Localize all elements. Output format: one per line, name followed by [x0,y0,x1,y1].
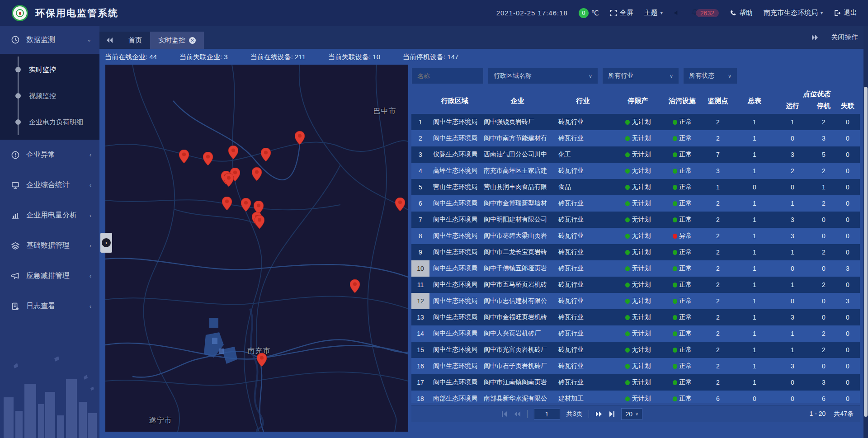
sidebar-item-2[interactable]: 企业异常 ‹ [0,140,99,170]
table-panel: 行政区域名称 ∨ 所有行业 ∨ 所有状态 ∨ 行政区域企业行业停限产治污设施监测… [411,65,863,426]
cell-run: 1 [773,114,812,130]
map-panel[interactable]: 巴中市南充市遂宁市 [105,65,408,432]
megaphone-icon [11,272,20,281]
status-dot-icon [625,348,630,353]
cell-lost: 0 [835,195,860,212]
table-row[interactable]: 3 仪陇生态环境局 西南油气田分公司川中 化工 无计划 正常 7 1 3 5 0 [411,146,860,163]
cell-run: 3 [773,309,812,325]
sidebar-item-5[interactable]: 基础数据管理 ‹ [0,231,99,261]
map-marker[interactable] [255,215,264,229]
table-row[interactable]: 18 南部生态环境局 南部县新华水泥有限公 建材加工 无计划 正常 6 0 0 … [411,391,860,403]
table-row[interactable]: 10 阆中生态环境局 阆中千佛镇五郎垭页岩 砖瓦行业 无计划 正常 2 1 0 … [411,260,860,277]
page-scrollbar-track[interactable] [863,26,868,438]
mute-button[interactable] [674,9,680,16]
submenu-item[interactable]: 实时监控 [0,57,99,83]
fullscreen-button[interactable]: 全屏 [610,9,633,17]
close-icon[interactable]: ✕ [189,37,196,44]
region-filter-select[interactable]: 行政区域名称 ∨ [488,68,598,84]
cell-region: 阆中生态环境局 [429,244,480,260]
close-operations-button[interactable]: 关闭操作 [831,33,858,42]
help-button[interactable]: 帮助 [730,9,753,17]
cell-stopped: 0 [812,228,835,244]
chevron-down-icon: ∨ [589,73,592,79]
chevron-down-icon: ▾ [821,10,823,15]
status-dot-icon [625,169,630,174]
skyline-decoration [0,352,99,438]
map-marker[interactable] [179,150,189,163]
table-row[interactable]: 13 阆中生态环境局 阆中市金福旺页岩机砖 砖瓦行业 无计划 正常 2 1 3 … [411,309,860,325]
table-row[interactable]: 2 阆中生态环境局 阆中市南方节能建材有 砖瓦行业 无计划 正常 2 1 0 3… [411,130,860,146]
logout-icon [834,9,841,17]
map-marker[interactable] [261,148,271,161]
tab-实时监控[interactable]: 实时监控 ✕ [150,32,204,49]
cell-company: 营山县润丰肉食品有限 [480,179,555,195]
sidebar-item-3[interactable]: 企业综合统计 ‹ [0,170,99,200]
cell-lost: 0 [835,374,860,391]
sidebar-item-7[interactable]: 日志查看 ‹ [0,291,99,321]
pagination-bar: 共3页 20 ∨ 1 - 20 共47条 [411,405,860,422]
table-row[interactable]: 17 阆中生态环境局 阆中市江南镇阆南页岩 砖瓦行业 无计划 正常 2 1 0 … [411,374,860,391]
sidebar-item-4[interactable]: 企业用电量分析 ‹ [0,200,99,231]
logout-button[interactable]: 退出 [834,9,857,17]
table-row[interactable]: 4 高坪生态环境局 南充市高坪区王家店建 砖瓦行业 无计划 正常 3 1 2 2… [411,163,860,179]
cell-industry: 砖瓦行业 [555,309,611,325]
sidebar-collapse-handle[interactable]: ‹ [100,233,112,253]
table-row[interactable]: 5 营山生态环境局 营山县润丰肉食品有限 食品 无计划 正常 1 0 0 1 0 [411,179,860,195]
submenu-item[interactable]: 视频监控 [0,83,99,109]
table-row[interactable]: 15 阆中生态环境局 阆中市光富页岩机砖厂 砖瓦行业 无计划 正常 2 1 1 … [411,342,860,358]
notification-button[interactable]: 2632 [691,9,719,17]
table-row[interactable]: 9 阆中生态环境局 阆中市二龙长宝页岩砖 砖瓦行业 无计划 正常 2 1 1 2… [411,244,860,260]
name-filter-input[interactable] [411,68,484,84]
table-row[interactable]: 1 阆中生态环境局 阆中强锐页岩砖厂 砖瓦行业 无计划 正常 2 1 1 2 0 [411,114,860,130]
map-marker[interactable] [395,198,405,211]
next-page-button[interactable] [595,411,602,417]
bullet-dot-icon [15,67,21,72]
table-row[interactable]: 8 阆中生态环境局 阆中市枣碧大梁山页岩 砖瓦行业 无计划 异常 2 1 3 0… [411,228,860,244]
tab-scroll-left-button[interactable] [99,32,120,49]
map-marker[interactable] [222,197,232,210]
cell-facility: 正常 [665,260,700,277]
org-dropdown[interactable]: 南充市生态环境局▾ [764,9,823,17]
cell-stopped: 0 [812,260,835,277]
row-number: 11 [411,277,429,293]
sidebar-item-6[interactable]: 应急减排管理 ‹ [0,261,99,291]
table-row[interactable]: 11 阆中生态环境局 阆中市五马桥页岩机砖 砖瓦行业 无计划 正常 2 1 1 … [411,277,860,293]
table-row[interactable]: 6 阆中生态环境局 阆中市金博瑞新型墙材 砖瓦行业 无计划 正常 2 1 1 2… [411,195,860,212]
submenu: 实时监控 视频监控 企业电力负荷明细 [0,54,99,140]
table-row[interactable]: 12 阆中生态环境局 阆中市忠信建材有限公 砖瓦行业 无计划 正常 2 1 0 … [411,293,860,309]
map-marker[interactable] [257,353,267,367]
map-city-label: 遂宁市 [149,416,172,425]
cell-industry: 砖瓦行业 [555,277,611,293]
table-row[interactable]: 7 阆中生态环境局 阆中明阳建材有限公司 砖瓦行业 无计划 正常 2 1 3 0… [411,212,860,228]
last-page-button[interactable] [609,411,615,417]
row-number: 9 [411,244,429,260]
industry-filter-select[interactable]: 所有行业 ∨ [602,68,679,84]
status-filter-select[interactable]: 所有状态 ∨ [683,68,737,84]
chevron-down-icon: ▾ [660,10,663,15]
first-page-button[interactable] [501,411,508,417]
sidebar-item-1[interactable]: 数据监测 ⌄ [0,26,99,54]
map-marker[interactable] [224,173,234,187]
map-marker[interactable] [252,167,262,181]
theme-dropdown[interactable]: 主题▾ [644,9,663,17]
map-marker[interactable] [228,146,238,159]
page-number-input[interactable] [534,409,560,419]
cell-monitor: 2 [700,260,736,277]
page-scrollbar-thumb[interactable] [864,87,868,417]
double-chevron-right-icon[interactable] [812,35,818,40]
submenu-item[interactable]: 企业电力负荷明细 [0,109,99,135]
cell-region: 阆中生态环境局 [429,358,480,374]
map-marker[interactable] [241,198,251,212]
prev-page-button[interactable] [514,411,521,417]
map-marker[interactable] [350,279,360,293]
row-number: 1 [411,114,429,130]
page-size-select[interactable]: 20 ∨ [621,408,642,420]
table-row[interactable]: 16 阆中生态环境局 阆中市石子页岩机砖厂 砖瓦行业 无计划 正常 2 1 3 … [411,358,860,374]
map-marker[interactable] [203,152,213,165]
map-marker[interactable] [295,131,305,145]
row-number: 4 [411,163,429,179]
tab-首页[interactable]: 首页 [120,32,150,49]
table-row[interactable]: 14 阆中生态环境局 阆中大兴页岩机砖厂 砖瓦行业 无计划 正常 2 1 1 2… [411,325,860,342]
cell-facility: 正常 [665,244,700,260]
status-dot-icon [625,217,630,222]
